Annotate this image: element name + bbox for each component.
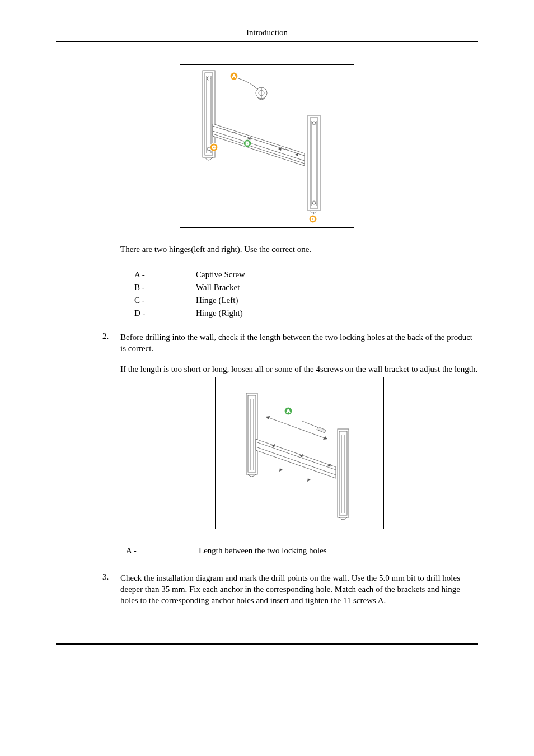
legend-value: Hinge (Left) [196, 296, 238, 305]
figure-1-wrap: A B C D [56, 64, 478, 228]
hinges-note: There are two hinges(left and right). Us… [120, 245, 478, 254]
legend-row-a: A - Captive Screw [134, 270, 478, 279]
callout-c: C [212, 144, 216, 150]
legend-row-b: B - Wall Bracket [134, 283, 478, 292]
legend-value: Hinge (Right) [196, 309, 243, 318]
svg-rect-6 [308, 115, 320, 211]
legend2-row-a: A - Length between the two locking holes [126, 546, 478, 556]
callout-b: B [246, 141, 250, 146]
figure-2-wrap: A [120, 377, 478, 529]
legend-value: Captive Screw [196, 270, 245, 279]
page: Introduction [0, 0, 534, 678]
step-2-p2: If the length is too short or long, loos… [120, 363, 478, 375]
legend-2: A - Length between the two locking holes [126, 546, 478, 556]
legend-key: C - [134, 296, 196, 305]
callout-a: A [232, 73, 236, 79]
step-3-p1: Check the installation diagram and mark … [120, 572, 478, 606]
diagram-bracket-assembly: A B C D [180, 64, 354, 228]
footer-rule [56, 643, 478, 645]
diagram-bracket-length: A [215, 377, 384, 529]
callout-a2: A [286, 408, 290, 414]
legend-key: A - [126, 546, 199, 556]
legend-key: D - [134, 309, 196, 318]
step-number: 3. [102, 572, 120, 615]
legend-1: A - Captive Screw B - Wall Bracket C - H… [134, 270, 478, 318]
callout-d: D [311, 216, 315, 222]
legend-value: Length between the two locking holes [199, 546, 327, 556]
step-2: 2. Before drilling into the wall, check … [102, 332, 478, 572]
legend-value: Wall Bracket [196, 283, 240, 292]
step-3: 3. Check the installation diagram and ma… [102, 572, 478, 615]
page-header: Introduction [56, 28, 478, 42]
legend-key: A - [134, 270, 196, 279]
step-number: 2. [102, 332, 120, 572]
legend-row-d: D - Hinge (Right) [134, 309, 478, 318]
step-2-p1: Before drilling into the wall, check if … [120, 332, 478, 354]
legend-row-c: C - Hinge (Left) [134, 296, 478, 305]
legend-key: B - [134, 283, 196, 292]
page-title: Introduction [246, 28, 288, 37]
